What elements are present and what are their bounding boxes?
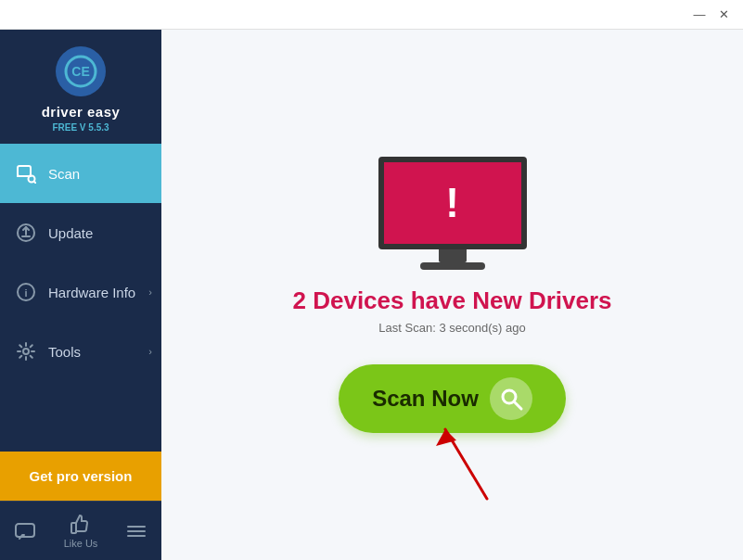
last-scan-text: Last Scan: 3 second(s) ago <box>378 321 525 335</box>
scan-button-wrap: Scan Now <box>339 364 566 433</box>
get-pro-button[interactable]: Get pro version <box>0 452 161 501</box>
monitor: ! <box>378 157 527 268</box>
svg-text:CE: CE <box>71 64 89 79</box>
tools-chevron: › <box>148 346 152 357</box>
red-arrow-svg <box>427 420 501 503</box>
hardware-info-label: Hardware Info <box>48 285 135 300</box>
logo-version: FREE V 5.5.3 <box>52 122 109 133</box>
chat-button[interactable] <box>14 520 36 542</box>
scan-icon <box>13 160 39 186</box>
search-circle <box>490 377 532 420</box>
like-us-label: Like Us <box>64 538 98 549</box>
search-icon <box>498 386 524 412</box>
scan-now-label: Scan Now <box>372 386 479 412</box>
result-heading: 2 Devices have New Drivers <box>293 286 612 315</box>
like-icon <box>70 513 92 535</box>
sidebar-item-update[interactable]: Update <box>0 203 161 262</box>
menu-button[interactable] <box>125 520 147 542</box>
svg-rect-13 <box>71 523 76 533</box>
title-bar: — ✕ <box>0 0 743 30</box>
svg-rect-2 <box>18 166 31 176</box>
arrow-annotation <box>427 420 501 507</box>
sidebar-logo: CE driver easy FREE V 5.5.3 <box>0 30 161 144</box>
like-us-button[interactable]: Like Us <box>64 513 98 549</box>
svg-rect-12 <box>16 524 34 537</box>
monitor-base <box>420 262 485 270</box>
sidebar-item-tools[interactable]: Tools › <box>0 322 161 381</box>
exclamation-icon: ! <box>445 183 459 223</box>
main-content: ! 2 Devices have New Drivers Last Scan: … <box>161 30 743 560</box>
sidebar-item-hardware-info[interactable]: i Hardware Info › <box>0 262 161 322</box>
monitor-illustration: ! <box>378 157 527 268</box>
sidebar-bottom: Like Us <box>0 501 161 560</box>
logo-text: driver easy <box>42 104 121 121</box>
hardware-icon: i <box>13 279 39 305</box>
svg-point-11 <box>23 349 29 354</box>
app-body: CE driver easy FREE V 5.5.3 Scan <box>0 30 743 560</box>
close-button[interactable]: ✕ <box>711 3 736 27</box>
chat-icon <box>14 520 36 542</box>
scan-label: Scan <box>48 166 80 182</box>
monitor-stand <box>439 249 467 262</box>
svg-line-18 <box>514 402 521 410</box>
svg-line-5 <box>34 182 37 185</box>
sidebar-item-scan[interactable]: Scan <box>0 144 161 203</box>
menu-icon <box>125 520 147 542</box>
logo-svg: CE <box>64 55 97 88</box>
svg-text:i: i <box>24 287 27 299</box>
minimize-button[interactable]: — <box>687 3 711 27</box>
sidebar-nav: Scan Update <box>0 144 161 452</box>
tools-label: Tools <box>48 344 81 360</box>
hardware-info-chevron: › <box>148 286 152 298</box>
logo-icon: CE <box>56 46 106 96</box>
monitor-screen: ! <box>378 157 527 249</box>
update-label: Update <box>48 225 93 241</box>
sidebar: CE driver easy FREE V 5.5.3 Scan <box>0 30 161 560</box>
tools-icon <box>13 338 39 364</box>
update-icon <box>13 220 39 246</box>
